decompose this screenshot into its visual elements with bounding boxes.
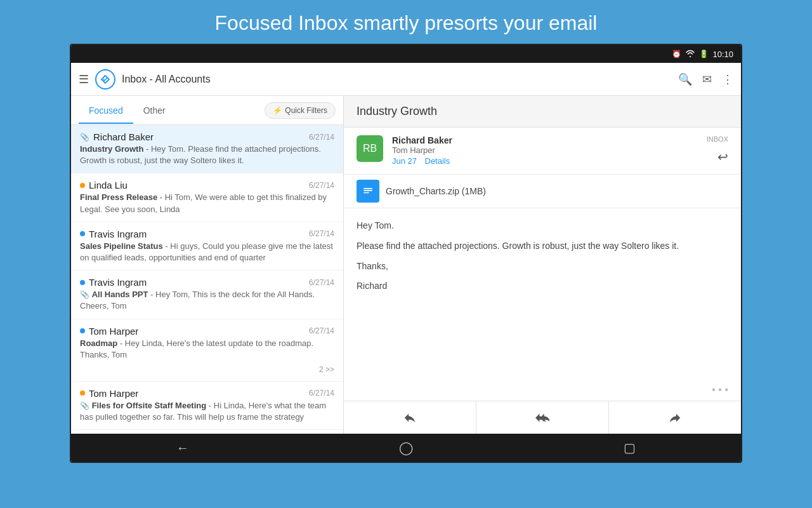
quick-filters-button[interactable]: ⚡ Quick Filters	[265, 102, 336, 119]
page-headline: Focused Inbox smartly presorts your emai…	[0, 0, 812, 44]
bottom-nav: ← ◯ ▢	[71, 434, 741, 462]
recents-button[interactable]: ▢	[624, 440, 636, 455]
status-icons: ⏰ 🔋 10:10	[672, 50, 733, 59]
email-date-2: 6/27/14	[309, 181, 334, 190]
dot-indicator-5	[80, 328, 85, 333]
email-item-1[interactable]: 📎 Richard Baker 6/27/14 Industry Growth …	[71, 125, 343, 173]
sender-name-4: Travis Ingram	[89, 277, 147, 288]
battery-icon: 🔋	[699, 50, 709, 58]
details-link[interactable]: Details	[425, 156, 450, 166]
email-detail-meta: RB Richard Baker Tom Harper Jun 27 Detai…	[344, 128, 741, 175]
email-detail-panel: Industry Growth RB Richard Baker Tom Har…	[344, 96, 741, 434]
body-line-2: Please find the attached projections. Gr…	[357, 239, 728, 254]
main-content: Focused Other ⚡ Quick Filters 📎 Richard …	[71, 96, 741, 434]
from-name: Richard Baker	[392, 135, 698, 145]
sender-name-5: Tom Harper	[89, 326, 138, 337]
attachment-icon-4: 📎	[80, 290, 89, 299]
dot-indicator-6	[80, 391, 85, 396]
attachment-filename[interactable]: Growth_Charts.zip (1MB)	[386, 186, 486, 196]
email-subject-1: Industry Growth	[80, 144, 143, 154]
detail-subject: Industry Growth	[357, 105, 437, 117]
forward-button[interactable]	[609, 401, 741, 434]
menu-icon[interactable]: ☰	[79, 72, 89, 86]
email-subject-6: Files for Offsite Staff Meeting	[92, 401, 207, 410]
action-bar	[344, 401, 741, 434]
reply-icon[interactable]: ↩	[717, 149, 728, 164]
thread-count-5: 2 >>	[319, 365, 334, 374]
email-preview-5: Roadmap - Hey Linda, Here's the latest u…	[80, 338, 334, 361]
email-date-1: 6/27/14	[309, 133, 334, 142]
email-date-3: 6/27/14	[309, 229, 334, 238]
reply-button[interactable]	[344, 401, 476, 434]
sender-name-1: Richard Baker	[93, 131, 154, 142]
email-body: Hey Tom. Please find the attached projec…	[344, 208, 741, 382]
email-sender-5: Tom Harper	[80, 326, 138, 337]
email-meta-info: Richard Baker Tom Harper Jun 27 Details	[392, 135, 698, 166]
email-sender-3: Travis Ingram	[80, 229, 147, 239]
email-item-5[interactable]: Tom Harper 6/27/14 Roadmap - Hey Linda, …	[71, 319, 343, 382]
sender-name-6: Tom Harper	[89, 388, 138, 399]
email-subject-5: Roadmap	[80, 338, 117, 348]
email-sender-4: Travis Ingram	[80, 277, 147, 288]
email-subject-4: All Hands PPT	[92, 290, 148, 299]
compose-icon[interactable]: ✉	[702, 72, 712, 86]
wifi-icon	[685, 50, 695, 59]
device-frame: ⏰ 🔋 10:10 ☰ Inbox - All Accounts	[70, 44, 742, 463]
email-sender-1: 📎 Richard Baker	[80, 131, 154, 142]
email-preview-3: Sales Pipeline Status - Hi guys, Could y…	[80, 241, 334, 264]
inbox-badge: INBOX	[707, 135, 728, 143]
body-line-4: Richard	[357, 279, 728, 294]
dot-indicator-2	[80, 183, 85, 188]
email-item-4[interactable]: Travis Ingram 6/27/14 📎 All Hands PPT - …	[71, 271, 343, 319]
email-detail-header: Industry Growth	[344, 96, 741, 128]
alarm-icon: ⏰	[672, 50, 681, 58]
email-subject-3: Sales Pipeline Status	[80, 241, 163, 251]
back-button[interactable]: ←	[176, 441, 189, 455]
attachment-icon-6: 📎	[80, 401, 89, 410]
quick-filters-label: Quick Filters	[285, 106, 327, 115]
lightning-icon: ⚡	[273, 106, 282, 115]
attachment-thumb	[357, 180, 379, 203]
avatar: RB	[357, 135, 383, 162]
email-date-4: 6/27/14	[309, 278, 334, 287]
more-options-dots[interactable]: • • •	[344, 382, 741, 401]
more-icon[interactable]: ⋮	[722, 72, 733, 86]
email-preview-2: Final Press Release - Hi Tom, We were ab…	[80, 192, 334, 215]
app-logo	[95, 69, 115, 90]
email-list-panel: Focused Other ⚡ Quick Filters 📎 Richard …	[71, 96, 344, 434]
tab-other[interactable]: Other	[133, 98, 176, 123]
tabs-bar: Focused Other ⚡ Quick Filters	[71, 96, 343, 125]
toolbar-actions: 🔍 ✉ ⋮	[678, 72, 733, 86]
attachment-row: Growth_Charts.zip (1MB)	[344, 175, 741, 208]
toolbar-title: Inbox - All Accounts	[122, 74, 678, 85]
email-item-6[interactable]: Tom Harper 6/27/14 📎 Files for Offsite S…	[71, 382, 343, 430]
sender-name-2: Linda Liu	[89, 180, 128, 190]
body-line-3: Thanks,	[357, 259, 728, 274]
email-date-6: 6/27/14	[309, 389, 334, 398]
email-preview-1: Industry Growth - Hey Tom. Please find t…	[80, 144, 334, 166]
dot-indicator-3	[80, 231, 85, 236]
attachment-icon-1: 📎	[80, 133, 89, 142]
email-preview-6: 📎 Files for Offsite Staff Meeting - Hi L…	[80, 400, 334, 423]
email-subject-2: Final Press Release	[80, 192, 157, 202]
to-name: Tom Harper	[392, 145, 698, 155]
status-bar: ⏰ 🔋 10:10	[71, 45, 741, 63]
email-item-7[interactable]: paulaallen003@gmail.com 4/14/14	[71, 430, 343, 434]
body-line-1: Hey Tom.	[357, 218, 728, 234]
email-item-2[interactable]: Linda Liu 6/27/14 Final Press Release - …	[71, 173, 343, 222]
sender-name-3: Travis Ingram	[89, 229, 147, 239]
dot-indicator-4	[80, 280, 85, 285]
tab-focused[interactable]: Focused	[79, 98, 133, 123]
email-date-5: 6/27/14	[309, 326, 334, 335]
reply-all-button[interactable]	[476, 401, 609, 434]
app-toolbar: ☰ Inbox - All Accounts 🔍 ✉ ⋮	[71, 63, 741, 96]
home-button[interactable]: ◯	[399, 440, 413, 455]
email-preview-4: 📎 All Hands PPT - Hey Tom, This is the d…	[80, 289, 334, 312]
meta-date: Jun 27	[392, 156, 417, 166]
email-item-3[interactable]: Travis Ingram 6/27/14 Sales Pipeline Sta…	[71, 222, 343, 271]
email-list: 📎 Richard Baker 6/27/14 Industry Growth …	[71, 125, 343, 434]
search-icon[interactable]: 🔍	[678, 72, 692, 86]
email-sender-6: Tom Harper	[80, 388, 138, 399]
status-time: 10:10	[712, 50, 733, 59]
email-sender-2: Linda Liu	[80, 180, 128, 190]
